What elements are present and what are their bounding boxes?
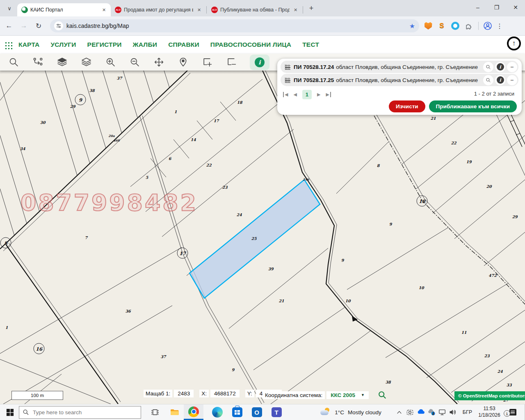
url-text[interactable]: kais.cadastre.bg/bg/Map [66,23,409,29]
scale-label: Мащаб 1: [144,390,172,397]
parcel-label: 34 [20,146,25,151]
next-page-button[interactable]: ▶ [317,92,320,97]
nav-uslugi[interactable]: УСЛУГИ [50,41,76,48]
weather-widget[interactable]: 1°C Mostly cloudy [320,408,381,417]
language-indicator[interactable]: БГР [463,409,472,415]
task-view-icon[interactable] [149,406,161,418]
blue-extension-icon[interactable] [451,21,460,30]
edge-icon[interactable] [212,406,223,418]
result-info-button[interactable]: i [495,62,505,72]
crs-dropdown[interactable]: ККС 2005 ▼ [326,391,369,399]
teams-icon[interactable]: T [271,406,282,418]
network-icon[interactable] [437,407,447,417]
extensions-puzzle-icon[interactable] [464,21,473,30]
scale-value: 2483 [174,390,194,397]
apps-grid-icon[interactable] [4,41,13,49]
parcel-label: 20а [108,134,114,138]
parcel-label: 46б [113,139,119,142]
forward-button[interactable]: → [18,20,30,32]
site-navigation: КАРТА УСЛУГИ РЕГИСТРИ ЖАЛБИ СПРАВКИ ПРАВ… [0,36,525,54]
zoom-to-result-button[interactable] [483,62,493,72]
browser-menu-icon[interactable]: ⋮ [496,22,503,30]
taskbar-search-input[interactable] [32,409,128,416]
tab-close-icon[interactable]: ✕ [292,7,299,14]
nav-zhalbi[interactable]: ЖАЛБИ [133,41,158,48]
parcel-label: 9 [341,258,344,262]
new-tab-button[interactable]: + [306,3,317,14]
weather-icon [320,408,331,417]
maximize-button[interactable]: ❐ [487,0,506,15]
minimize-button[interactable]: – [468,0,487,15]
nav-registri[interactable]: РЕГИСТРИ [87,41,122,48]
metamask-extension-icon[interactable] [424,21,433,30]
tab-close-icon[interactable]: ✕ [196,7,203,14]
alo-favicon: ALO [211,7,218,13]
last-page-button[interactable]: ▶ [326,92,331,97]
zoom-in-tool-icon[interactable] [103,56,118,69]
tab-kais-portal[interactable]: КАИС Портал ✕ [17,3,111,16]
info-tool-active[interactable]: i [250,55,269,70]
parcel-label: 30 [40,120,45,125]
action-center-icon[interactable]: 1 [507,407,518,417]
first-page-button[interactable]: ◀ [283,92,288,97]
crs-search-icon[interactable] [378,390,387,399]
nav-pravosposobni-litsa[interactable]: ПРАВОСПОСОБНИ ЛИЦА [210,41,291,48]
parcel-label: 20 [486,184,491,189]
measure-route-tool-icon[interactable] [30,56,46,69]
back-button[interactable]: ← [3,20,15,32]
search-tool-icon[interactable] [6,56,21,69]
layers-outline-tool-icon[interactable] [78,56,94,69]
parcel-labels-layer: 3738929303420а46б11817146225232425246392… [0,71,525,404]
file-explorer-icon[interactable] [169,406,180,418]
scroll-top-button[interactable]: ↑ [507,37,521,50]
remove-result-button[interactable]: – [507,62,517,72]
clear-button[interactable]: Изчисти [389,100,425,112]
select-area-add-tool-icon[interactable] [199,56,215,69]
zoom-to-result-button[interactable] [483,75,493,85]
previous-page-button[interactable]: ◀ [293,92,297,97]
taskbar-search-box[interactable] [19,406,141,419]
nav-karta[interactable]: КАРТА [18,41,39,48]
parcel-label: 10 [345,299,350,303]
select-area-remove-tool-icon[interactable] [224,56,239,69]
parcel-label: 22 [206,163,211,167]
reload-button[interactable]: ↻ [33,20,44,32]
clock[interactable]: 11:53 1/18/2026 [476,406,502,418]
close-button[interactable]: ✕ [506,0,525,15]
chrome-taskbar-active[interactable] [184,404,203,420]
meet-now-icon[interactable] [405,407,415,417]
result-row[interactable]: ПИ 70528.17.24 област Пловдив, община Съ… [281,61,518,73]
parcel-grid-icon [285,78,290,83]
nav-test[interactable]: ТЕСТ [302,41,319,48]
s-extension-icon[interactable]: S [437,21,446,30]
parcel-label: 23 [484,354,489,358]
zoom-out-tool-icon[interactable] [127,56,142,69]
site-settings-icon[interactable] [54,21,63,30]
remove-result-button[interactable]: – [507,75,517,85]
layers-filled-tool-icon[interactable] [54,56,70,69]
tab-close-icon[interactable]: ✕ [100,7,107,14]
microsoft-store-icon[interactable] [231,406,243,418]
result-row[interactable]: ПИ 70528.17.25 област Пловдив, община Съ… [281,74,518,86]
parcel-label: 11 [461,330,466,335]
result-info-button[interactable]: i [495,75,505,85]
pan-tool-icon[interactable] [151,56,167,69]
tray-chevron-icon[interactable] [395,407,404,417]
current-page[interactable]: 1 [302,90,312,99]
profile-avatar-icon[interactable] [483,21,492,30]
parcel-label: 24 [497,369,502,374]
location-pin-tool-icon[interactable] [175,56,191,69]
tab-search-chevron-icon[interactable]: ∨ [4,3,15,14]
bookmark-star-icon[interactable]: ★ [409,22,415,30]
nav-spravki[interactable]: СПРАВКИ [168,41,199,48]
cadastral-map[interactable]: 0877998482 3738929303420а46б118171462252… [0,71,525,404]
outlook-icon[interactable]: O [251,406,262,418]
address-bar[interactable]: kais.cadastre.bg/bg/Map ★ [50,19,419,32]
tab-prodava-imot[interactable]: ALO Продава имот до регулация в ✕ [111,3,206,16]
tab-publikuvane-obiava[interactable]: ALO Публикуване на обява - Прод ✕ [207,3,302,16]
volume-icon[interactable] [448,407,458,417]
start-button[interactable] [5,407,15,417]
onedrive-icon[interactable] [416,407,426,417]
cloud-sync-info-icon[interactable]: i [427,407,436,417]
zoom-to-all-button[interactable]: Приближаване към всички [429,100,517,112]
